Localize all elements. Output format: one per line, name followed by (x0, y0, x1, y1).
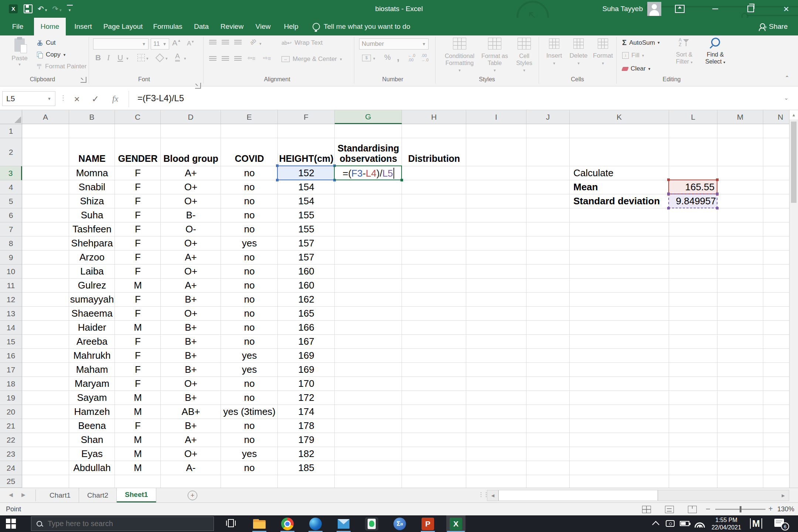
cell-F17[interactable]: 169 (278, 363, 335, 377)
zoom-slider-handle[interactable] (740, 506, 741, 512)
row-header-25[interactable]: 25 (0, 475, 22, 488)
cell-F14[interactable]: 166 (278, 321, 335, 335)
cell-F19[interactable]: 172 (278, 391, 335, 405)
start-button[interactable] (6, 519, 16, 529)
cell-E22[interactable]: no (221, 433, 278, 447)
tab-file[interactable]: File (6, 18, 30, 35)
sheet-tab-sheet1[interactable]: Sheet1 (117, 488, 156, 502)
user-name[interactable]: Suha Tayyeb (602, 0, 643, 18)
cell-E6[interactable]: no (221, 208, 278, 222)
zoom-slider[interactable] (715, 509, 765, 510)
cell-F6[interactable]: 155 (278, 208, 335, 222)
scroll-up-icon[interactable]: ▲ (790, 110, 798, 120)
cell-E2[interactable]: COVID (221, 138, 278, 166)
cell-C23[interactable]: M (115, 447, 161, 461)
row-header-4[interactable]: 4 (0, 180, 22, 194)
scroll-right-icon[interactable]: ▶ (778, 490, 789, 501)
autosum-button[interactable]: Σ AutoSum ▾ (622, 38, 659, 47)
cell-C9[interactable]: F (115, 250, 161, 265)
taskbar-search[interactable] (31, 516, 214, 531)
tab-view[interactable]: View (251, 18, 275, 35)
cell-D19[interactable]: B+ (161, 391, 221, 405)
cell-D21[interactable]: B+ (161, 419, 221, 433)
cell-B2[interactable]: NAME (69, 138, 115, 166)
italic-button[interactable]: I (107, 53, 110, 62)
cell-B19[interactable]: Sayam (69, 391, 115, 405)
formula-input[interactable]: =(F3-L4)/L5 (137, 93, 773, 103)
row-header-20[interactable]: 20 (0, 405, 22, 419)
taskbar-app-edge[interactable] (306, 515, 325, 532)
tray-clock[interactable]: 1:55 PM 22/04/2021 (708, 516, 745, 531)
cell-F4[interactable]: 154 (278, 180, 335, 194)
cell-E17[interactable]: yes (221, 363, 278, 377)
fill-color-icon[interactable] (155, 53, 164, 62)
row-header-16[interactable]: 16 (0, 349, 22, 363)
cell-F24[interactable]: 185 (278, 461, 335, 475)
cell-C4[interactable]: F (115, 180, 161, 194)
chevron-down-icon[interactable]: ▼ (47, 96, 51, 101)
font-name-combo[interactable]: ▼ (93, 38, 149, 50)
row-header-14[interactable]: 14 (0, 321, 22, 335)
cell-B4[interactable]: Snabil (69, 180, 115, 194)
cell-D11[interactable]: A+ (161, 279, 221, 293)
cell-E14[interactable]: no (221, 321, 278, 335)
active-cell-G3[interactable]: =(F3-L4)/L5 (335, 166, 402, 180)
tab-formulas[interactable]: Formulas (150, 18, 185, 35)
cell-B14[interactable]: Haider (69, 321, 115, 335)
cell-C15[interactable]: F (115, 335, 161, 349)
fill-button[interactable]: ↓ Fill ▾ (622, 52, 644, 59)
cell-K4[interactable]: Mean (570, 180, 669, 194)
cell-C14[interactable]: M (115, 321, 161, 335)
row-header-5[interactable]: 5 (0, 194, 22, 208)
cell-D23[interactable]: O+ (161, 447, 221, 461)
row-header-9[interactable]: 9 (0, 250, 22, 265)
restore-button[interactable] (739, 0, 763, 18)
decrease-font-button[interactable]: A▼ (187, 40, 194, 47)
cell-E10[interactable]: no (221, 265, 278, 279)
underline-button[interactable]: U (117, 53, 123, 62)
tab-insert[interactable]: Insert (70, 18, 96, 35)
cell-B18[interactable]: Maryam (69, 377, 115, 391)
sort-filter-button[interactable]: AZ Sort &Filter ▾ (669, 38, 699, 66)
font-color-button[interactable]: A (175, 52, 180, 62)
chevron-down-icon[interactable]: ▾ (184, 56, 186, 61)
cell-F21[interactable]: 178 (278, 419, 335, 433)
scroll-left-icon[interactable]: ◀ (487, 490, 498, 501)
col-header-I[interactable]: I (466, 110, 526, 124)
cell-B10[interactable]: Laiba (69, 265, 115, 279)
cell-D9[interactable]: A+ (161, 250, 221, 265)
taskbar-app-powerpoint[interactable]: P (418, 515, 437, 532)
cell-F3[interactable]: 152 (278, 166, 335, 180)
cell-C19[interactable]: M (115, 391, 161, 405)
orientation-icon[interactable]: ab (248, 37, 257, 46)
cell-D4[interactable]: O+ (161, 180, 221, 194)
normal-view-button[interactable] (642, 506, 651, 513)
row-header-2[interactable]: 2 (0, 138, 22, 166)
merge-center-button[interactable]: ↔ Merge & Center ▾ (282, 55, 342, 63)
tab-data[interactable]: Data (190, 18, 213, 35)
col-header-H[interactable]: H (402, 110, 466, 124)
cell-F18[interactable]: 170 (278, 377, 335, 391)
format-cells-button[interactable]: Format ▾ (591, 38, 615, 66)
cell-B9[interactable]: Arzoo (69, 250, 115, 265)
format-painter-button[interactable]: Format Painter (37, 63, 86, 70)
percent-style-icon[interactable]: % (384, 53, 391, 62)
minimize-button[interactable] (703, 0, 727, 18)
horizontal-scrollbar[interactable]: ◀ ▶ (487, 490, 789, 501)
cell-F5[interactable]: 154 (278, 194, 335, 208)
chevron-down-icon[interactable]: ▾ (259, 41, 262, 46)
bold-button[interactable]: B (95, 53, 101, 62)
cell-E24[interactable]: no (221, 461, 278, 475)
cell-D16[interactable]: B+ (161, 349, 221, 363)
comma-style-icon[interactable]: , (397, 52, 399, 63)
cell-D10[interactable]: O+ (161, 265, 221, 279)
cell-K3[interactable]: Calculate (570, 166, 669, 180)
cell-F16[interactable]: 169 (278, 349, 335, 363)
cell-B5[interactable]: Shiza (69, 194, 115, 208)
cell-E11[interactable]: no (221, 279, 278, 293)
row-header-22[interactable]: 22 (0, 433, 22, 447)
row-header-19[interactable]: 19 (0, 391, 22, 405)
tell-me-box[interactable]: Tell me what you want to do (313, 18, 410, 35)
cell-E9[interactable]: no (221, 250, 278, 265)
format-as-table-button[interactable]: Format as Table ▾ (479, 38, 511, 73)
